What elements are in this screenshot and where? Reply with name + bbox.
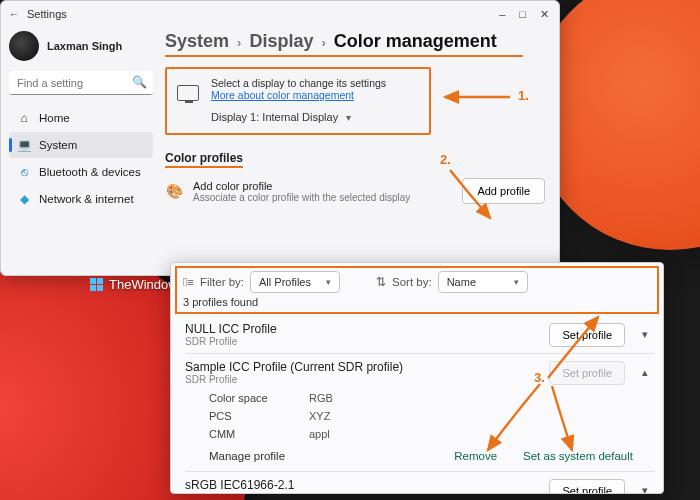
sidebar-item-network[interactable]: ◆ Network & internet	[9, 186, 153, 212]
profile-name: sRGB IEC61966-2.1	[185, 478, 294, 492]
sidebar-item-label: Bluetooth & devices	[39, 166, 141, 178]
filter-icon: ≡	[183, 276, 194, 288]
system-icon: 💻	[17, 138, 31, 152]
palette-icon: 🎨	[165, 183, 183, 199]
set-profile-button[interactable]: Set profile	[549, 479, 625, 495]
breadcrumb-display[interactable]: Display	[249, 31, 313, 52]
filter-dropdown[interactable]: All Profiles ▾	[250, 271, 340, 293]
chevron-right-icon: ›	[321, 35, 325, 50]
remove-link[interactable]: Remove	[454, 450, 497, 462]
filter-bar: ≡ Filter by: All Profiles ▾ ⇅ Sort by: …	[175, 266, 659, 314]
sidebar-item-label: Network & internet	[39, 193, 134, 205]
user-name: Laxman Singh	[47, 40, 122, 52]
main-panel: System › Display › Color management Sele…	[161, 27, 559, 275]
sort-value: Name	[447, 276, 476, 288]
add-profile-title: Add color profile	[193, 180, 410, 192]
avatar	[9, 31, 39, 61]
set-default-link[interactable]: Set as system default	[523, 450, 633, 462]
display-dropdown-value: Display 1: Internal Display	[211, 111, 338, 123]
display-selector-caption: Select a display to change its settings	[211, 77, 386, 89]
profiles-window: ≡ Filter by: All Profiles ▾ ⇅ Sort by: …	[170, 262, 664, 494]
display-dropdown[interactable]: Display 1: Internal Display ▾	[211, 111, 386, 123]
user-block[interactable]: Laxman Singh	[9, 31, 153, 61]
filter-value: All Profiles	[259, 276, 311, 288]
profile-name: Sample ICC Profile (Current SDR profile)	[185, 360, 403, 374]
filter-label: Filter by:	[200, 276, 244, 288]
breadcrumb-current: Color management	[334, 31, 497, 52]
sort-label: Sort by:	[392, 276, 432, 288]
bluetooth-icon: ⎋	[17, 165, 31, 179]
detail-label: PCS	[209, 410, 309, 422]
chevron-down-icon: ▾	[514, 277, 519, 287]
add-profile-button[interactable]: Add profile	[462, 178, 545, 204]
section-color-profiles: Color profiles	[165, 151, 243, 168]
manage-label: Manage profile	[209, 450, 285, 462]
titlebar: ← Settings – □ ✕	[1, 1, 559, 27]
sidebar-item-label: Home	[39, 112, 70, 124]
profile-row: NULL ICC Profile SDR Profile Set profile…	[185, 316, 655, 354]
breadcrumb: System › Display › Color management	[165, 31, 545, 52]
sort-icon: ⇅	[376, 275, 386, 289]
sort-dropdown[interactable]: Name ▾	[438, 271, 528, 293]
chevron-down-icon: ▾	[346, 112, 351, 123]
detail-value: XYZ	[309, 410, 330, 422]
more-about-link[interactable]: More about color management	[211, 89, 386, 101]
sidebar-item-home[interactable]: ⌂ Home	[9, 105, 153, 131]
sidebar-item-bluetooth[interactable]: ⎋ Bluetooth & devices	[9, 159, 153, 185]
set-profile-button[interactable]: Set profile	[549, 323, 625, 347]
settings-window: ← Settings – □ ✕ Laxman Singh 🔍 ⌂ Home	[0, 0, 560, 276]
breadcrumb-system[interactable]: System	[165, 31, 229, 52]
detail-label: Color space	[209, 392, 309, 404]
manage-profile-row: Manage profile Remove Set as system defa…	[185, 445, 655, 465]
profile-row-expanded: Sample ICC Profile (Current SDR profile)…	[185, 354, 655, 472]
annotation-underline	[165, 55, 523, 57]
chevron-up-icon[interactable]: ▴	[635, 366, 655, 379]
add-profile-subtitle: Associate a color profile with the selec…	[193, 192, 410, 203]
maximize-icon[interactable]: □	[519, 8, 526, 21]
home-icon: ⌂	[17, 111, 31, 125]
chevron-right-icon: ›	[237, 35, 241, 50]
detail-value: RGB	[309, 392, 333, 404]
search-icon: 🔍	[132, 75, 147, 89]
profile-details: Color spaceRGB PCSXYZ CMMappl	[185, 385, 655, 445]
wifi-icon: ◆	[17, 192, 31, 206]
add-profile-row: 🎨 Add color profile Associate a color pr…	[165, 178, 545, 204]
back-icon[interactable]: ←	[7, 8, 21, 20]
chevron-down-icon: ▾	[326, 277, 331, 287]
set-profile-button-disabled: Set profile	[549, 361, 625, 385]
chevron-down-icon[interactable]: ▾	[635, 328, 655, 341]
detail-value: appl	[309, 428, 330, 440]
windows-logo-icon	[90, 278, 103, 291]
close-icon[interactable]: ✕	[540, 8, 549, 21]
profile-name: NULL ICC Profile	[185, 322, 277, 336]
sidebar-item-system[interactable]: 💻 System	[9, 132, 153, 158]
chevron-down-icon[interactable]: ▾	[635, 484, 655, 494]
display-selector-box: Select a display to change its settings …	[165, 67, 431, 135]
profile-sub: SDR Profile	[185, 336, 277, 347]
profiles-count: 3 profiles found	[183, 296, 651, 308]
profile-row: sRGB IEC61966-2.1 SDR Profile Set profil…	[185, 472, 655, 494]
detail-label: CMM	[209, 428, 309, 440]
minimize-icon[interactable]: –	[499, 8, 505, 21]
profile-sub: SDR Profile	[185, 374, 403, 385]
profile-sub: SDR Profile	[185, 492, 294, 494]
sidebar: Laxman Singh 🔍 ⌂ Home 💻 System ⎋ Bluetoo…	[1, 27, 161, 275]
sidebar-item-label: System	[39, 139, 77, 151]
display-icon	[177, 85, 199, 101]
window-title: Settings	[27, 8, 67, 20]
